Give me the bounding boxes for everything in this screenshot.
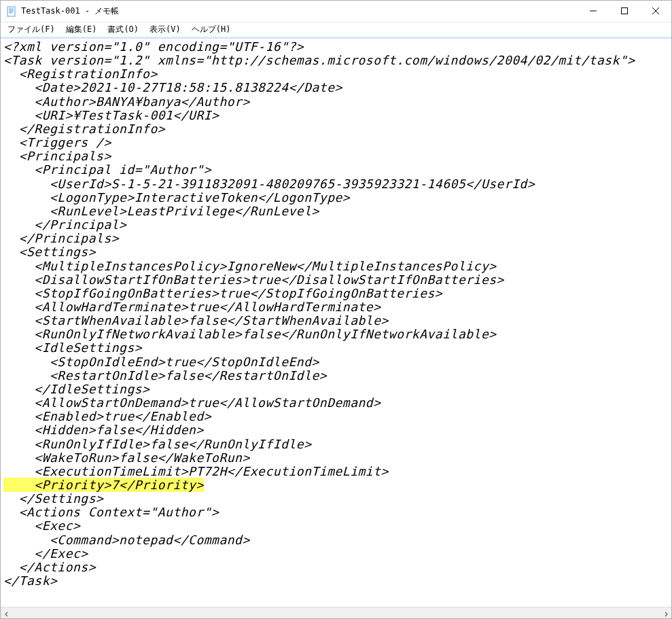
- notepad-icon: [6, 6, 17, 17]
- scroll-left-button[interactable]: [1, 607, 12, 619]
- menu-help[interactable]: ヘルプ(H): [186, 22, 236, 37]
- title-bar[interactable]: TestTask-001 - メモ帳: [1, 1, 671, 22]
- menu-file[interactable]: ファイル(F): [2, 22, 60, 37]
- horizontal-scrollbar[interactable]: [1, 607, 671, 618]
- maximize-button[interactable]: [609, 1, 640, 22]
- menu-view[interactable]: 表示(V): [144, 22, 186, 37]
- svg-rect-6: [622, 7, 628, 14]
- close-button[interactable]: [640, 1, 671, 22]
- close-icon: [652, 7, 659, 16]
- minimize-icon: [590, 7, 597, 16]
- minimize-button[interactable]: [578, 1, 609, 22]
- menu-format[interactable]: 書式(O): [102, 22, 144, 37]
- document-text[interactable]: <?xml version="1.0" encoding="UTF-16"?> …: [1, 39, 671, 601]
- window-controls: [578, 1, 671, 22]
- menu-bar: ファイル(F) 編集(E) 書式(O) 表示(V) ヘルプ(H): [1, 22, 671, 37]
- scroll-track[interactable]: [12, 607, 660, 618]
- app-window: TestTask-001 - メモ帳 ファイル(F) 編集(E) 書式(O) 表…: [0, 0, 672, 619]
- menu-edit[interactable]: 編集(E): [60, 22, 103, 37]
- chevron-right-icon: [663, 607, 669, 620]
- chevron-left-icon: [4, 607, 10, 620]
- text-area[interactable]: <?xml version="1.0" encoding="UTF-16"?> …: [1, 39, 671, 607]
- scroll-right-button[interactable]: [660, 607, 671, 619]
- window-title: TestTask-001 - メモ帳: [21, 5, 578, 17]
- maximize-icon: [621, 7, 628, 16]
